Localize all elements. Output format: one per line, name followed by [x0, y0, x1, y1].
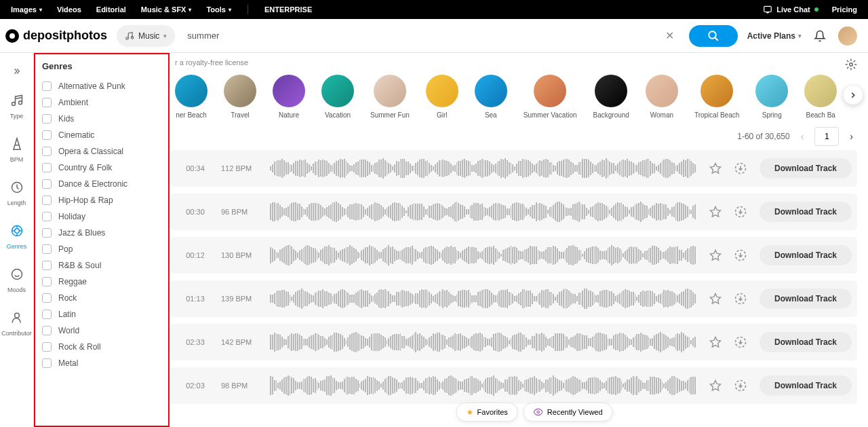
genre-row[interactable]: Metal [42, 355, 161, 371]
download-track-button[interactable]: Download Track [760, 158, 852, 179]
genre-row[interactable]: Holiday [42, 208, 161, 225]
download-track-button[interactable]: Download Track [760, 375, 852, 396]
page-next[interactable]: › [847, 128, 856, 145]
checkbox[interactable] [42, 310, 52, 319]
category-item[interactable]: ner Beach [175, 75, 208, 119]
checkbox[interactable] [42, 163, 52, 172]
genre-row[interactable]: Latin [42, 306, 161, 322]
live-chat-button[interactable]: Live Chat [763, 5, 818, 14]
download-track-button[interactable]: Download Track [760, 332, 852, 352]
genre-row[interactable]: R&B & Soul [42, 257, 161, 274]
checkbox[interactable] [42, 196, 52, 205]
page-prev[interactable]: ‹ [798, 128, 807, 145]
media-type-select[interactable]: Music ▾ [117, 25, 175, 47]
checkbox[interactable] [42, 261, 52, 270]
sidebar-item-moods[interactable]: Moods [0, 261, 33, 301]
notifications-icon[interactable] [814, 30, 826, 42]
download-icon[interactable] [734, 379, 747, 392]
sidebar-item-genres[interactable]: Genres [0, 217, 33, 258]
sidebar-item-contributor[interactable]: Contributor [0, 304, 33, 345]
download-track-button[interactable]: Download Track [760, 202, 852, 222]
checkbox[interactable] [42, 147, 52, 156]
category-item[interactable]: Spring [755, 75, 788, 119]
search-input[interactable] [184, 25, 659, 46]
category-item[interactable]: Summer Vacation [524, 75, 577, 119]
category-item[interactable]: Background [593, 75, 629, 119]
download-icon[interactable] [734, 248, 747, 262]
checkbox[interactable] [42, 342, 52, 352]
settings-icon[interactable] [845, 58, 857, 71]
genre-row[interactable]: Cinematic [42, 127, 161, 143]
collapse-sidebar-button[interactable] [4, 58, 30, 84]
nav-editorial[interactable]: Editorial [96, 5, 126, 14]
active-plans-button[interactable]: Active Plans ▾ [747, 31, 802, 41]
star-icon[interactable] [709, 293, 722, 305]
genre-row[interactable]: Rock [42, 290, 161, 306]
recently-viewed-button[interactable]: Recently Viewed [524, 403, 613, 422]
checkbox[interactable] [42, 114, 52, 124]
checkbox[interactable] [42, 228, 52, 238]
checkbox[interactable] [42, 130, 52, 140]
genre-row[interactable]: Ambient [42, 94, 161, 111]
genre-row[interactable]: Reggae [42, 274, 161, 290]
nav-enterprise[interactable]: ENTERPRISE [264, 5, 312, 14]
nav-images[interactable]: Images▾ [11, 5, 42, 14]
star-icon[interactable] [709, 162, 722, 174]
download-icon[interactable] [734, 205, 747, 219]
checkbox[interactable] [42, 212, 52, 221]
waveform[interactable] [270, 245, 696, 265]
genre-row[interactable]: Opera & Classical [42, 143, 161, 160]
genre-row[interactable]: Alternative & Punk [42, 78, 161, 94]
genre-row[interactable]: Pop [42, 241, 161, 257]
nav-videos[interactable]: Videos [57, 5, 81, 14]
genre-row[interactable]: Kids [42, 111, 161, 127]
categories-scroll-right[interactable] [844, 86, 863, 105]
genre-row[interactable]: World [42, 322, 161, 339]
star-icon[interactable] [709, 379, 722, 392]
category-item[interactable]: Travel [224, 75, 256, 119]
checkbox[interactable] [42, 98, 52, 107]
waveform[interactable] [270, 375, 696, 396]
category-item[interactable]: Woman [646, 75, 678, 119]
download-icon[interactable] [734, 335, 747, 349]
category-item[interactable]: Sea [475, 75, 507, 119]
star-icon[interactable] [709, 336, 722, 348]
page-input[interactable] [814, 127, 839, 146]
nav-music-sfx[interactable]: Music & SFX▾ [141, 5, 192, 14]
waveform[interactable] [270, 202, 696, 222]
checkbox[interactable] [42, 179, 52, 189]
genre-row[interactable]: Dance & Electronic [42, 176, 161, 192]
download-icon[interactable] [734, 162, 747, 175]
sidebar-item-length[interactable]: Length [0, 174, 33, 215]
star-icon[interactable] [709, 206, 722, 218]
genre-row[interactable]: Country & Folk [42, 160, 161, 176]
checkbox[interactable] [42, 293, 52, 303]
checkbox[interactable] [42, 358, 52, 368]
download-icon[interactable] [734, 292, 747, 305]
genre-row[interactable]: Jazz & Blues [42, 225, 161, 241]
star-icon[interactable] [709, 249, 722, 261]
waveform[interactable] [270, 158, 696, 179]
logo[interactable]: depositphotos [5, 29, 107, 43]
nav-pricing[interactable]: Pricing [832, 5, 857, 14]
nav-tools[interactable]: Tools▾ [206, 5, 231, 14]
category-item[interactable]: Summer Fun [370, 75, 410, 119]
category-item[interactable]: Nature [273, 75, 305, 119]
category-item[interactable]: Beach Ba [804, 75, 837, 119]
checkbox[interactable] [42, 277, 52, 286]
sidebar-item-bpm[interactable]: BPM [0, 130, 33, 171]
waveform[interactable] [270, 289, 696, 309]
category-item[interactable]: Tropical Beach [694, 75, 739, 119]
checkbox[interactable] [42, 326, 52, 335]
category-item[interactable]: Vacation [321, 75, 354, 119]
search-button[interactable] [689, 25, 738, 47]
genre-row[interactable]: Hip-Hop & Rap [42, 192, 161, 208]
download-track-button[interactable]: Download Track [760, 289, 852, 309]
sidebar-item-type[interactable]: Type [0, 87, 33, 128]
category-item[interactable]: Girl [426, 75, 458, 119]
clear-search-button[interactable]: ✕ [660, 29, 679, 42]
genre-row[interactable]: Rock & Roll [42, 339, 161, 355]
waveform[interactable] [270, 332, 696, 352]
checkbox[interactable] [42, 244, 52, 254]
download-track-button[interactable]: Download Track [760, 245, 852, 265]
